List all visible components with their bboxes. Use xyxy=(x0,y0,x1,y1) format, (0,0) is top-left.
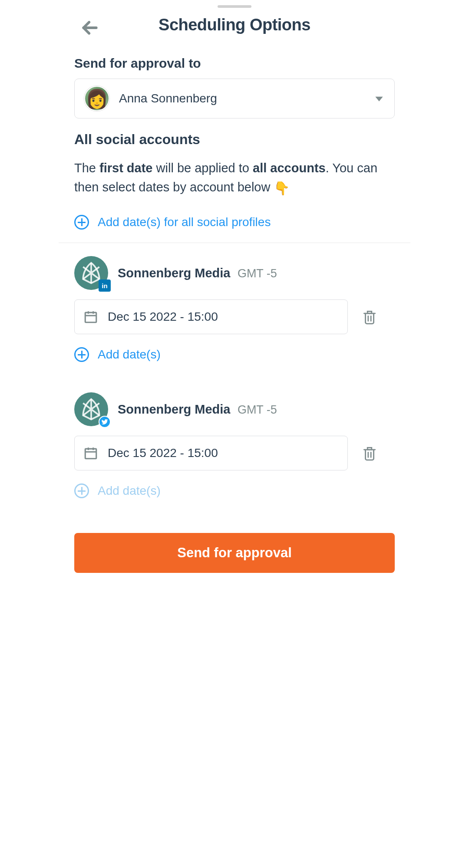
header: Scheduling Options xyxy=(59,16,410,47)
calendar-icon xyxy=(83,309,98,324)
date-value: Dec 15 2022 - 15:00 xyxy=(108,446,218,460)
account-add-row: Add date(s) xyxy=(59,479,410,516)
add-dates-all-button[interactable]: Add date(s) for all social profiles xyxy=(74,213,395,243)
drag-handle[interactable] xyxy=(218,5,251,8)
account-avatar: in xyxy=(74,256,108,290)
point-down-icon: 👇 xyxy=(274,181,290,195)
plus-circle-icon xyxy=(74,483,89,498)
linkedin-badge-icon: in xyxy=(99,279,111,292)
account-header: in Sonnenberg Media GMT -5 xyxy=(59,243,410,299)
back-button[interactable] xyxy=(79,17,100,38)
svg-rect-2 xyxy=(85,312,96,322)
account-timezone: GMT -5 xyxy=(238,267,277,280)
date-row: Dec 15 2022 - 15:00 xyxy=(59,299,410,343)
page-title: Scheduling Options xyxy=(74,16,395,34)
date-value: Dec 15 2022 - 15:00 xyxy=(108,310,218,324)
chevron-down-icon xyxy=(373,93,385,104)
all-accounts-heading: All social accounts xyxy=(74,132,395,148)
add-dates-all-label: Add date(s) for all social profiles xyxy=(98,215,271,229)
date-picker[interactable]: Dec 15 2022 - 15:00 xyxy=(74,299,348,334)
approver-name: Anna Sonnenberg xyxy=(119,92,364,105)
date-picker[interactable]: Dec 15 2022 - 15:00 xyxy=(74,436,348,470)
svg-rect-8 xyxy=(85,449,96,459)
delete-date-button[interactable] xyxy=(360,444,379,463)
scheduling-sheet: Scheduling Options Send for approval to … xyxy=(59,5,410,582)
account-timezone: GMT -5 xyxy=(238,403,277,416)
plus-circle-icon xyxy=(74,215,89,230)
help-text: The first date will be applied to all ac… xyxy=(74,159,395,197)
add-dates-button-disabled: Add date(s) xyxy=(74,482,395,498)
send-for-approval-button[interactable]: Send for approval xyxy=(74,533,395,573)
svg-marker-1 xyxy=(375,97,383,102)
account-add-row: Add date(s) xyxy=(59,343,410,379)
arrow-left-icon xyxy=(80,18,99,37)
account-name: Sonnenberg Media xyxy=(118,402,230,416)
account-header: Sonnenberg Media GMT -5 xyxy=(59,379,410,436)
trash-icon xyxy=(361,445,378,461)
plus-circle-icon xyxy=(74,347,89,362)
twitter-badge-icon xyxy=(99,416,111,428)
approver-avatar xyxy=(84,86,109,111)
delete-date-button[interactable] xyxy=(360,307,379,326)
approval-label: Send for approval to xyxy=(74,56,395,71)
calendar-icon xyxy=(83,446,98,460)
add-dates-label: Add date(s) xyxy=(98,484,161,498)
submit-section: Send for approval xyxy=(59,516,410,582)
trash-icon xyxy=(361,309,378,325)
add-dates-label: Add date(s) xyxy=(98,348,161,362)
approver-select[interactable]: Anna Sonnenberg xyxy=(74,79,395,118)
date-row: Dec 15 2022 - 15:00 xyxy=(59,436,410,479)
account-name: Sonnenberg Media xyxy=(118,266,230,280)
account-avatar xyxy=(74,392,108,426)
add-dates-button[interactable]: Add date(s) xyxy=(74,345,395,362)
approval-section: Send for approval to Anna Sonnenberg All… xyxy=(59,47,410,243)
